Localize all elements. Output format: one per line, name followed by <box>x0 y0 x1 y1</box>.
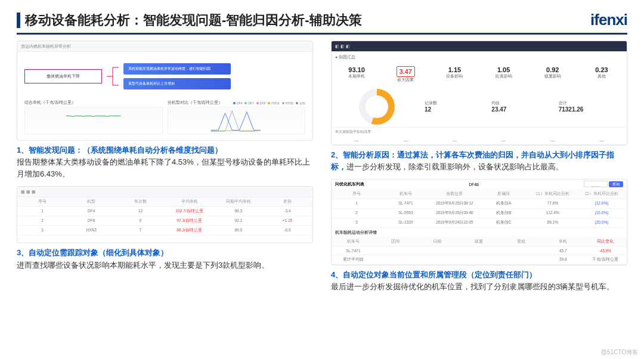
dash-tab: 归因汇总 <box>339 55 355 59</box>
section-2: ◧ ◧ ◧ ● 归因汇总 93.10本期单耗 3.47最大因素 1.15设备影响… <box>331 41 627 293</box>
caption-2: 2、智能分析原因：通过算法，计算各车次费油的归因，并自动从大到小排序因子指标，进… <box>331 149 627 173</box>
table4-header: 序号机车号当前位置所属段口）单耗同比分析口）单耗环比分析 <box>332 190 627 199</box>
highlight-box: 整体燃油单耗下降 <box>24 69 102 83</box>
screenshot-4: 问优化机车列表 DF4B ____ 查询 序号机车号当前位置所属段口）单耗同比分… <box>331 179 627 265</box>
caption-4: 4、自动定位对象当前位置和所属管理段（定位到责任部门） 最后进一步分析发掘待优化… <box>331 269 627 293</box>
screenshot-3: ▦ ▦ ▦ 序号机型车次数平均单耗同期平均单耗差异 1DF412102.7/百吨… <box>17 186 313 243</box>
side-stats: 记录数12 均值23.47 合计71321.26 <box>425 89 623 125</box>
caption-4-head: 4、自动定位对象当前位置和所属管理段（定位到责任部门） <box>331 270 537 279</box>
brand-logo: ifenxi <box>590 11 627 29</box>
chart-b-label: 分机型对比（千克/百吨公里） <box>168 100 223 106</box>
flow-box-1: 系统智能发现燃油单耗异常波动维度，进行智能归因 <box>123 63 231 75</box>
caption-3-body: 进而查找哪些设备状况影响本期能耗水平，发现主要是下列3款机型影响。 <box>17 261 269 270</box>
table-row: 2DF8997.3/百吨公里92.1+1.15 <box>17 216 312 226</box>
shot1-title: 货运内燃机车能耗异常分析 <box>21 44 71 49</box>
table-row: 3SL-13392019年9月24日22:05机务段C89.1%(20.0%) <box>332 218 627 228</box>
section-1: 货运内燃机车能耗异常分析 整体燃油单耗下降 系统智能发现燃油单耗异常波动维度，进… <box>17 41 313 293</box>
table-row: SL-747143.7-43.5% <box>332 247 627 255</box>
dash-stats: 93.10本期单耗 3.47最大因素 1.15设备影响 1.05距离影响 0.9… <box>332 63 627 86</box>
slide-title: 移动设备能耗分析：智能发现问题-智能归因分析-辅助决策 <box>25 11 362 29</box>
table-row: 1SL-74712019年9月25日08:12机务段A77.8%(12.6%) <box>332 199 627 209</box>
table-row: 3HXN3788.2/百吨公里89.0-0.8 <box>17 226 312 236</box>
table4b-header: 机车号区间日期载重里程单耗同比变化 <box>332 237 627 247</box>
shot4-title-left: 问优化机车列表 <box>335 182 364 187</box>
caption-1-body: 报告期整体某大类移动设备的燃油单耗下降了4.53%，但某型号移动设备的单耗环比上… <box>17 157 310 178</box>
shot4-subtitle: 机车能耗运动分析详情 <box>332 228 627 237</box>
caption-3: 3、自动定位需跟踪对象（细化到具体对象） 进而查找哪些设备状况影响本期能耗水平，… <box>17 247 313 271</box>
table-row: 1DF412102.7/百吨公里98.3-3.4 <box>17 207 312 216</box>
chart-b <box>168 107 306 134</box>
accent-bar <box>17 13 20 28</box>
screenshot-1: 货运内燃机车能耗异常分析 整体燃油单耗下降 系统智能发现燃油单耗异常波动维度，进… <box>17 41 313 141</box>
table-row: 2SL-55932019年9月25日09:40机务段B112.4%(16.0%) <box>332 209 627 218</box>
caption-2-tail: 进一步分析发现，除牵引载重影响外，设备状况影响占比最高。 <box>346 162 564 171</box>
dash-subtitle: 本次测算因子影响排序 <box>332 127 627 137</box>
caption-4-body: 最后进一步分析发掘待优化的机车位置，找到了分别隶属哪些段的3辆某型号机车。 <box>331 282 614 291</box>
table3-header: 序号机型车次数平均单耗同期平均单耗差异 <box>17 197 312 207</box>
screenshot-2: ◧ ◧ ◧ ● 归因汇总 93.10本期单耗 3.47最大因素 1.15设备影响… <box>331 41 627 146</box>
chart-a-label: 综合单耗（千克/百吨公里） <box>24 100 163 106</box>
query-button[interactable]: 查询 <box>609 181 623 187</box>
chart-b-legend: DF4 DF7 DF8 HXN3 HXN5 全部 <box>233 101 305 105</box>
table-row: 累计平均值39.8千克/百吨公里 <box>332 255 627 265</box>
caption-3-head: 3、自动定位需跟踪对象（细化到具体对象） <box>17 248 168 257</box>
donut-chart <box>359 89 395 125</box>
connector-icon <box>107 61 119 91</box>
flow-box-2: 某型号设备单耗环比上月增加 <box>123 78 231 89</box>
shot4-title-center: DF4B <box>469 182 479 187</box>
chart-a <box>24 107 163 134</box>
slide-header: 移动设备能耗分析：智能发现问题-智能归因分析-辅助决策 ifenxi <box>17 11 627 35</box>
caption-1: 1、智能发现问题：（系统围绕单耗自动分析各维度找问题） 报告期整体某大类移动设备… <box>17 144 313 180</box>
watermark: @51CTO博客 <box>601 348 638 357</box>
caption-1-head: 1、智能发现问题：（系统围绕单耗自动分析各维度找问题） <box>17 146 222 154</box>
table-row: —————— <box>332 137 627 145</box>
